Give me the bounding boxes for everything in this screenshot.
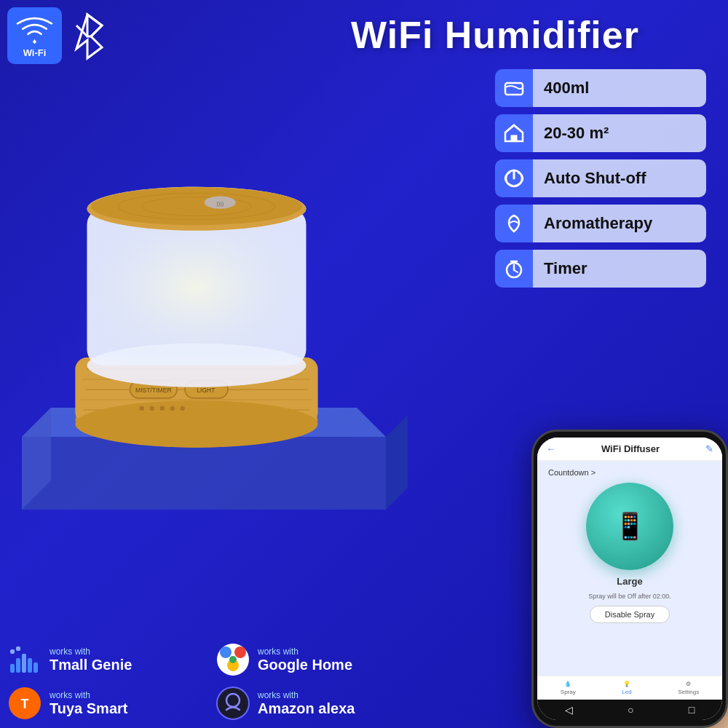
capacity-text-box: 400ml xyxy=(533,69,706,107)
wifi-icon xyxy=(15,13,55,46)
aromatherapy-icon-box xyxy=(495,205,533,242)
svg-text:)))): )))) xyxy=(216,200,224,207)
svg-point-29 xyxy=(150,406,154,411)
timer-label: Timer xyxy=(544,259,587,278)
water-icon xyxy=(503,77,525,99)
alexa-logo xyxy=(215,686,250,721)
phone-mockup: ← WiFi Diffuser ✎ Countdown > 📱 Large Sp… xyxy=(531,430,728,728)
nav-recents[interactable]: □ xyxy=(689,704,695,716)
tuya-icon: T xyxy=(7,686,42,721)
svg-rect-45 xyxy=(10,664,15,673)
disable-spray-button[interactable]: Disable Spray xyxy=(590,606,670,623)
svg-marker-14 xyxy=(386,408,408,510)
alexa-brand: Amazon alexa xyxy=(258,700,355,717)
feature-aromatherapy: Aromatherapy xyxy=(495,205,706,242)
phone-footer: 💧 Spray 💡 Led ⚙ Settings xyxy=(537,676,722,700)
svg-point-32 xyxy=(180,406,184,411)
feature-capacity: 400ml xyxy=(495,69,706,107)
coverage-text-box: 20-30 m² xyxy=(533,114,706,152)
svg-point-28 xyxy=(140,406,144,411)
connectivity-icons: Wi-Fi xyxy=(7,7,109,64)
coverage-label: 20-30 m² xyxy=(544,124,609,143)
power-icon xyxy=(503,167,525,189)
svg-rect-51 xyxy=(16,646,20,651)
google-icon xyxy=(215,642,250,677)
phone-content: Countdown > 📱 Large Spray will be Off af… xyxy=(537,461,722,676)
google-text: works with Google Home xyxy=(258,646,352,673)
aromatherapy-label: Aromatherapy xyxy=(544,214,652,233)
shutoff-icon-box xyxy=(495,159,533,197)
bluetooth-icon xyxy=(66,11,109,62)
google-works-with: works with xyxy=(258,646,352,657)
svg-point-59 xyxy=(217,687,249,719)
countdown-info: Spray will be Off after 02:00. xyxy=(588,593,670,600)
phone-edit-button[interactable]: ✎ xyxy=(705,443,713,454)
nav-home[interactable]: ○ xyxy=(628,704,633,716)
compat-google: works with Google Home xyxy=(215,642,415,677)
tmall-works-with: works with xyxy=(50,646,132,657)
aroma-icon xyxy=(503,213,525,234)
shutoff-label: Auto Shut-off xyxy=(544,169,646,188)
tuya-text: works with Tuya Smart xyxy=(50,690,127,717)
footer-led[interactable]: 💡 Led xyxy=(622,681,631,695)
timer-text-box: Timer xyxy=(533,250,706,288)
compat-tmall: works with Tmall Genie xyxy=(7,642,207,677)
svg-marker-1 xyxy=(87,15,102,36)
compat-tuya: T works with Tuya Smart xyxy=(7,686,207,721)
aromatherapy-text-box: Aromatherapy xyxy=(533,205,706,242)
svg-rect-50 xyxy=(10,649,15,654)
svg-rect-4 xyxy=(511,135,517,141)
feature-shutoff: Auto Shut-off xyxy=(495,159,706,197)
nav-back[interactable]: ◁ xyxy=(565,704,573,716)
phone-screen: ← WiFi Diffuser ✎ Countdown > 📱 Large Sp… xyxy=(537,438,722,720)
phone-app-title: WiFi Diffuser xyxy=(555,443,705,454)
feature-coverage: 20-30 m² xyxy=(495,114,706,152)
tmall-brand: Tmall Genie xyxy=(50,657,132,673)
size-label: Large xyxy=(617,576,642,587)
svg-rect-46 xyxy=(16,658,20,673)
footer-spray[interactable]: 💧 Spray xyxy=(561,681,576,695)
svg-rect-47 xyxy=(22,654,26,673)
tmall-logo xyxy=(7,642,42,677)
tmall-icon xyxy=(7,642,42,677)
svg-rect-48 xyxy=(28,658,32,673)
phone-device-icon: 📱 xyxy=(614,511,646,542)
phone-nav: ◁ ○ □ xyxy=(537,700,722,720)
tuya-works-with: works with xyxy=(50,690,127,700)
coverage-icon-box xyxy=(495,114,533,152)
alexa-works-with: works with xyxy=(258,690,355,700)
google-brand: Google Home xyxy=(258,657,352,673)
wifi-badge: Wi-Fi xyxy=(7,7,62,64)
svg-text:LIGHT: LIGHT xyxy=(197,387,215,394)
svg-rect-49 xyxy=(33,662,38,673)
humidifier-svg: MIST/TIMER LIGHT )))) xyxy=(58,138,335,451)
alexa-text: works with Amazon alexa xyxy=(258,690,355,717)
svg-point-30 xyxy=(159,406,164,411)
features-list: 400ml 20-30 m² Auto Shut-off xyxy=(495,69,706,288)
feature-timer: Timer xyxy=(495,250,706,288)
svg-point-23 xyxy=(75,400,317,448)
svg-text:MIST/TIMER: MIST/TIMER xyxy=(135,387,172,394)
svg-point-56 xyxy=(229,656,237,663)
tuya-brand: Tuya Smart xyxy=(50,700,127,717)
capacity-label: 400ml xyxy=(544,79,589,98)
tmall-text: works with Tmall Genie xyxy=(50,646,132,673)
svg-point-53 xyxy=(220,646,232,658)
wifi-label: Wi-Fi xyxy=(23,47,47,58)
capacity-icon-box xyxy=(495,69,533,107)
tuya-logo: T xyxy=(7,686,42,721)
svg-line-9 xyxy=(514,270,518,272)
alexa-icon xyxy=(215,686,250,721)
compatibility-section: works with Tmall Genie works with Google… xyxy=(7,642,415,721)
svg-text:T: T xyxy=(21,697,29,711)
product-area: MIST/TIMER LIGHT )))) xyxy=(0,73,437,524)
footer-settings[interactable]: ⚙ Settings xyxy=(678,681,699,695)
svg-point-31 xyxy=(170,406,174,411)
svg-rect-36 xyxy=(87,209,306,365)
circle-control[interactable]: 📱 xyxy=(586,483,673,570)
phone-back-button[interactable]: ← xyxy=(546,443,555,454)
svg-point-54 xyxy=(234,646,246,658)
house-icon xyxy=(503,122,525,144)
phone-area: ← WiFi Diffuser ✎ Countdown > 📱 Large Sp… xyxy=(451,422,728,728)
phone-header: ← WiFi Diffuser ✎ xyxy=(537,438,722,461)
